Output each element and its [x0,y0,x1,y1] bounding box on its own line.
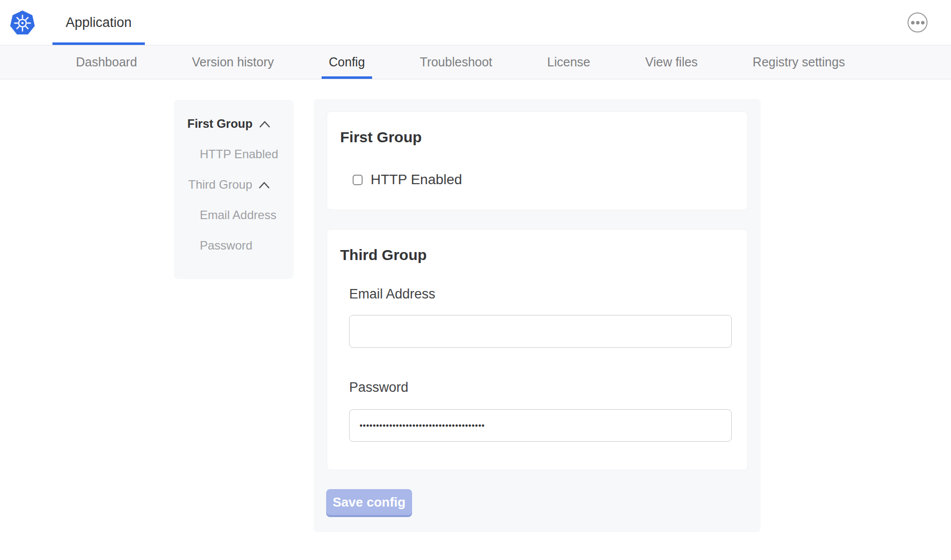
tab-version-history[interactable]: Version history [192,45,274,79]
sidebar-item-http-enabled[interactable]: HTTP Enabled [174,144,294,164]
ellipsis-icon [911,21,915,24]
app-nav-bar: Dashboard Version history Config Trouble… [0,45,951,79]
email-address-input[interactable] [349,315,732,348]
config-sidebar: First Group HTTP Enabled Third Group Ema… [174,100,294,279]
tab-dashboard[interactable]: Dashboard [76,45,137,79]
http-enabled-row: HTTP Enabled [340,172,734,188]
chevron-up-icon[interactable] [259,120,271,128]
tab-config[interactable]: Config [329,45,365,79]
sidebar-group-first-group[interactable]: First Group [174,114,294,134]
save-config-button[interactable]: Save config [326,489,412,515]
group-title-third: Third Group [340,247,734,264]
application-tab[interactable]: Application [52,0,145,45]
http-enabled-label: HTTP Enabled [371,172,462,188]
tab-license[interactable]: License [547,45,590,79]
password-input[interactable] [349,409,732,442]
email-address-label: Email Address [349,286,734,302]
tab-view-files[interactable]: View files [645,45,698,79]
tab-troubleshoot[interactable]: Troubleshoot [420,45,492,79]
config-group-card-third: Third Group Email Address Password [327,229,748,470]
config-group-card-first: First Group HTTP Enabled [327,111,748,210]
active-tab-underline [322,76,372,79]
sidebar-group-third-group[interactable]: Third Group [174,175,294,195]
sidebar-item-email-address[interactable]: Email Address [174,205,294,225]
chevron-up-icon[interactable] [258,181,270,189]
sidebar-group-label: Third Group [188,178,252,192]
config-content-panel: First Group HTTP Enabled Third Group Ema… [314,99,761,532]
ellipsis-icon [916,21,920,24]
kubernetes-logo [8,10,36,35]
sidebar-group-label: First Group [187,117,253,131]
http-enabled-checkbox[interactable] [353,175,363,185]
ellipsis-icon [921,21,925,24]
active-app-tab-underline [52,42,145,45]
tab-config-label: Config [329,55,365,69]
sidebar-item-password[interactable]: Password [174,236,294,256]
password-label: Password [349,380,734,395]
top-app-bar: Application [0,0,951,45]
overflow-menu-button[interactable] [908,12,928,32]
group-title-first: First Group [340,129,734,146]
tab-registry-settings[interactable]: Registry settings [753,45,845,79]
application-tab-label: Application [65,15,131,30]
